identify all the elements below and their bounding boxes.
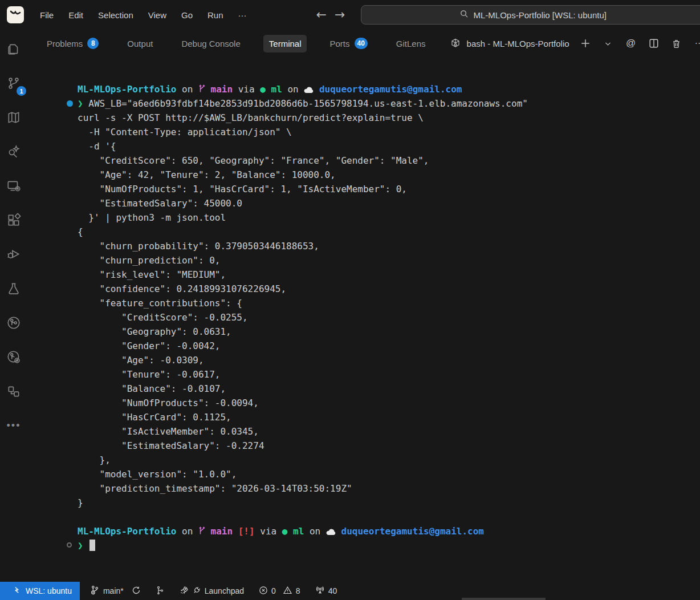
terminal-text: }: [78, 497, 83, 508]
terminal-line: "NumOfProducts": 1, "HasCrCard": 1, "IsA…: [27, 182, 700, 196]
menu-run[interactable]: Run: [202, 8, 229, 22]
terminal-text: "Age": 42, "Tenure": 2, "Balance": 10000…: [78, 169, 336, 180]
terminal-text: ml: [271, 84, 282, 95]
extensions-icon[interactable]: [0, 206, 27, 234]
terminal-text: via: [233, 84, 260, 95]
terminal-text: [205, 526, 211, 537]
menu-edit[interactable]: Edit: [63, 8, 89, 22]
gitlens-icon[interactable]: [0, 309, 27, 337]
panel-more-actions-icon[interactable]: ···: [693, 37, 700, 50]
terminal-line: "NumOfProducts": -0.0094,: [27, 396, 700, 410]
testing-icon[interactable]: [0, 275, 27, 302]
terminal-profile-chevron-icon[interactable]: [601, 37, 615, 50]
cloud-icon: [304, 84, 314, 95]
tab-terminal[interactable]: Terminal: [263, 35, 307, 52]
terminal-text: "NumOfProducts": 1, "HasCrCard": 1, "IsA…: [78, 184, 407, 194]
terminal-line: ML-MLOps-Portfolio on main [!] via ● ml …: [27, 524, 700, 538]
terminal-text: via: [255, 526, 282, 537]
terminal-line: "EstimatedSalary": 45000.0: [27, 196, 700, 210]
forwarded-ports-status[interactable]: 40: [311, 582, 342, 600]
tab-output[interactable]: Output: [121, 35, 158, 52]
terminal-session[interactable]: bash - ML-MLOps-Portfolio: [449, 37, 569, 50]
terminal-line: "Gender": -0.0042,: [27, 339, 700, 353]
terminal-line: "Tenure": -0.0617,: [27, 367, 700, 382]
menu-view[interactable]: View: [143, 8, 172, 22]
kill-terminal-icon[interactable]: [670, 37, 683, 50]
terminal-line: "IsActiveMember": 0.0345,: [27, 424, 700, 439]
forward-arrow-icon[interactable]: →: [335, 9, 345, 21]
terminal-line: "churn_probability": 0.3790503446188653,: [27, 239, 700, 253]
command-pending-decoration[interactable]: [67, 542, 72, 548]
radio-tower-icon: [315, 586, 325, 597]
ai-search-icon[interactable]: [0, 138, 27, 165]
terminal-line: }: [27, 496, 700, 510]
tab-ports[interactable]: Ports 40: [324, 34, 373, 53]
remote-indicator[interactable]: WSL: ubuntu: [0, 582, 80, 600]
gitlens-launchpad[interactable]: Launchpad: [175, 582, 249, 600]
back-arrow-icon[interactable]: ←: [316, 9, 327, 21]
terminal-text: ●: [260, 84, 271, 95]
terminal-text: [314, 84, 319, 95]
tab-problems[interactable]: Problems 8: [41, 34, 104, 53]
terminal-text: "risk_level": "MEDIUM",: [78, 269, 226, 280]
command-center-search[interactable]: ML-MLOps-Portfolio [WSL: ubuntu]: [361, 5, 700, 25]
gitlens-inspect-icon[interactable]: [0, 343, 27, 371]
terminal-text: ❯: [78, 98, 88, 109]
menu-more-icon[interactable]: ···: [233, 8, 253, 22]
terminal-text: [205, 84, 211, 95]
cloud-icon: [326, 526, 336, 537]
terminal-line: ❯ AWS_LB="a6ed6b93fdbf14be2853d91bd2086d…: [27, 96, 700, 111]
terminal-text: "HasCrCard": 0.1125,: [78, 412, 231, 423]
terminal-text: "confidence": 0.24189931076226945,: [78, 283, 286, 294]
tab-debug-console[interactable]: Debug Console: [176, 35, 246, 52]
linked-resources-icon[interactable]: [0, 378, 27, 405]
terminal-text: AWS_LB="a6ed6b93fdbf14be2853d91bd2086d6b…: [88, 98, 528, 109]
terminal-line: curl -s -X POST http://$AWS_LB/bankchurn…: [27, 111, 700, 125]
terminal-text: ml: [293, 526, 304, 537]
panel: Problems 8 Output Debug Console Terminal…: [27, 30, 700, 582]
terminal-text: duqueortegamutis@gmail.com: [319, 84, 462, 95]
commit-graph-button[interactable]: [151, 582, 169, 600]
terminal-text: "CreditScore": 650, "Geography": "France…: [78, 155, 429, 166]
terminal-text: ●: [282, 526, 293, 537]
menu-selection[interactable]: Selection: [92, 8, 139, 22]
map-explorer-icon[interactable]: [0, 104, 27, 131]
problems-status[interactable]: 0 8: [254, 582, 305, 600]
panel-actions: bash - ML-MLOps-Portfolio @ ···: [449, 37, 700, 50]
git-branch-lock-icon: [90, 585, 100, 597]
terminal-line: "Age": -0.0309,: [27, 353, 700, 367]
terminal-line: -H "Content-Type: application/json" \: [27, 125, 700, 139]
terminal-line: -d '{: [27, 139, 700, 153]
sync-changes-icon[interactable]: [132, 586, 141, 597]
terminal-line: "HasCrCard": 0.1125,: [27, 410, 700, 424]
activity-bar-more-icon[interactable]: •••: [0, 412, 27, 439]
run-and-debug-icon[interactable]: [0, 241, 27, 268]
menu-go[interactable]: Go: [176, 8, 198, 22]
source-control-icon[interactable]: 1: [0, 70, 27, 97]
terminal-text: "feature_contributions": {: [78, 298, 242, 309]
terminal-line: "CreditScore": -0.0255,: [27, 310, 700, 325]
new-terminal-icon[interactable]: [579, 37, 592, 50]
terminal-line: "Geography": 0.0631,: [27, 325, 700, 339]
terminal-text: "model_version": "1.0.0",: [78, 469, 237, 480]
command-executed-decoration[interactable]: [67, 100, 73, 107]
terminal-output[interactable]: ML-MLOps-Portfolio on main via ● ml on d…: [27, 57, 700, 582]
terminal-text: "EstimatedSalary": 45000.0: [78, 198, 242, 209]
tab-gitlens[interactable]: GitLens: [390, 35, 432, 52]
terminal-chat-icon[interactable]: @: [624, 37, 638, 50]
remote-explorer-icon[interactable]: [0, 172, 27, 200]
rocket-icon: [180, 586, 189, 597]
terminal-text: -d '{: [78, 141, 116, 152]
terminal-line: },: [27, 453, 700, 467]
terminal-text: on: [176, 526, 198, 537]
terminal-text: "EstimatedSalary": -0.2274: [78, 440, 264, 451]
terminal-line: "churn_prediction": 0,: [27, 253, 700, 267]
menu-file[interactable]: File: [34, 8, 59, 22]
git-branch-status[interactable]: main*: [86, 582, 145, 600]
search-icon: [460, 10, 469, 20]
split-terminal-icon[interactable]: [647, 37, 661, 50]
menu-bar: File Edit Selection View Go Run ···: [34, 8, 253, 22]
app-logo-icon[interactable]: [7, 6, 24, 23]
explorer-icon[interactable]: [0, 35, 27, 63]
terminal-line: {: [27, 225, 700, 239]
